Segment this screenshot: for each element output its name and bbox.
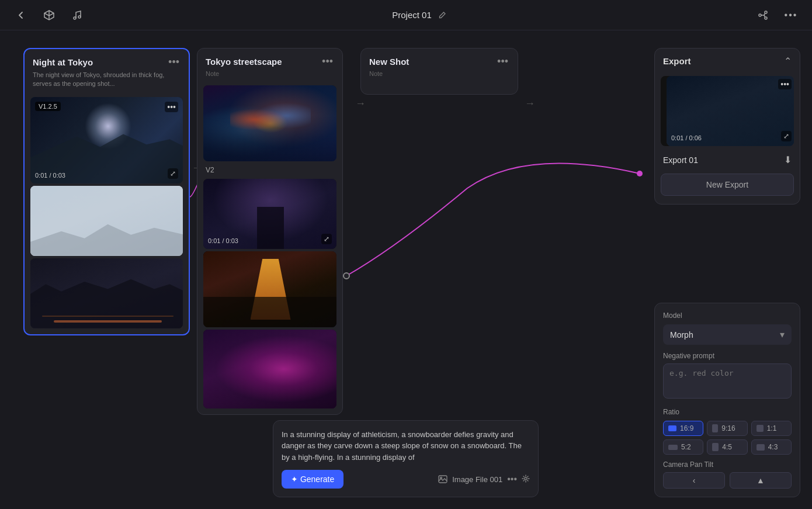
back-button[interactable] bbox=[12, 6, 30, 25]
card-streetscape-title: Tokyo streetscape bbox=[206, 57, 282, 67]
fog-layer bbox=[30, 186, 183, 256]
ratio-indicator-4-5 bbox=[712, 443, 719, 451]
figure-silhouette bbox=[257, 207, 284, 249]
chevron-down-icon: ▾ bbox=[780, 329, 785, 340]
export-header: Export ⌃ bbox=[655, 49, 800, 74]
video-timestamp-1: 0:01 / 0:03 bbox=[35, 172, 65, 179]
ratio-4-5[interactable]: 4:5 bbox=[707, 439, 747, 455]
streetscape-thumb-3[interactable] bbox=[203, 251, 336, 327]
ratio-label-9-16: 9:16 bbox=[721, 424, 735, 432]
card-streetscape: Tokyo streetscape ••• Note V2 0:01 / 0:0… bbox=[197, 48, 343, 415]
export-thumb-more: ••• bbox=[778, 79, 792, 89]
export-expand-btn[interactable]: ⤢ bbox=[781, 131, 792, 141]
ratio-16-9[interactable]: 16:9 bbox=[663, 421, 703, 436]
export-thumb[interactable]: ••• 0:01 / 0:06 ⤢ bbox=[661, 76, 794, 146]
prompt-file-row[interactable]: Image File 001 ••• bbox=[438, 474, 530, 484]
card-streetscape-more[interactable]: ••• bbox=[321, 56, 334, 68]
export-name: Export 01 bbox=[663, 155, 698, 165]
file-settings-button[interactable] bbox=[522, 475, 530, 484]
export-download-button[interactable]: ⬇ bbox=[784, 154, 792, 165]
ratio-label-4-3: 4:3 bbox=[768, 443, 778, 451]
header-right: ••• bbox=[754, 6, 800, 25]
ratio-indicator-16-9 bbox=[668, 425, 676, 431]
export-bg: ••• 0:01 / 0:06 ⤢ bbox=[667, 76, 794, 146]
street-bg-4 bbox=[203, 330, 336, 408]
camera-pan-controls: ‹ ▲ bbox=[663, 472, 792, 489]
ratio-9-16[interactable]: 9:16 bbox=[707, 421, 747, 436]
card-newshot-title: New Shot bbox=[369, 57, 409, 67]
ratio-label: Ratio bbox=[663, 408, 792, 416]
header-center: Project 01 bbox=[392, 9, 448, 21]
canvas-area: Night at Tokyo ••• The night view of Tok… bbox=[0, 30, 812, 509]
video-canvas-2 bbox=[30, 186, 183, 256]
export-timestamp: 0:01 / 0:06 bbox=[671, 134, 702, 141]
svg-point-11 bbox=[525, 477, 527, 480]
more-icon: ••• bbox=[785, 10, 798, 20]
edit-title-button[interactable] bbox=[436, 9, 448, 21]
svg-point-3 bbox=[765, 11, 767, 13]
ratio-label-4-5: 4:5 bbox=[722, 443, 732, 451]
prompt-actions: ✦ Generate Image File 001 ••• bbox=[282, 470, 530, 489]
new-export-button[interactable]: New Export bbox=[661, 174, 794, 196]
card-newshot-more[interactable]: ••• bbox=[496, 56, 509, 68]
export-more-btn[interactable]: ••• bbox=[778, 79, 792, 89]
streetscape-thumb-1[interactable] bbox=[203, 85, 336, 161]
ground-shadow bbox=[203, 297, 336, 327]
v2-badge: V2 bbox=[197, 164, 342, 176]
neg-prompt-label: Negative prompt bbox=[663, 352, 792, 360]
card-tokyo-subtitle: The night view of Tokyo, shrouded in thi… bbox=[25, 71, 189, 95]
file-more-button[interactable]: ••• bbox=[507, 474, 517, 484]
camera-pan-left[interactable]: ‹ bbox=[663, 472, 725, 489]
video-badge-v1: V1.2.5 bbox=[35, 102, 61, 111]
header-left bbox=[12, 6, 86, 25]
cube-icon-button[interactable] bbox=[40, 6, 58, 25]
prompt-text: In a stunning display of athleticism, a … bbox=[282, 429, 530, 463]
card-tokyo-header: Night at Tokyo ••• bbox=[25, 49, 189, 71]
ratio-1-1[interactable]: 1:1 bbox=[751, 421, 792, 436]
branch-icon-button[interactable] bbox=[754, 6, 772, 25]
card-night-tokyo: Night at Tokyo ••• The night view of Tok… bbox=[23, 48, 190, 335]
model-name: Morph bbox=[670, 330, 693, 340]
svg-point-1 bbox=[78, 16, 81, 18]
card-newshot: New Shot ••• Note bbox=[360, 48, 518, 95]
header: Project 01 ••• bbox=[0, 0, 812, 30]
video-expand-v2[interactable]: ⤢ bbox=[321, 234, 332, 244]
ratio-4-3[interactable]: 4:3 bbox=[751, 439, 792, 455]
card-streetscape-note: Note bbox=[197, 70, 342, 83]
prompt-panel: In a stunning display of athleticism, a … bbox=[273, 420, 539, 498]
ratio-label-5-2: 5:2 bbox=[681, 443, 691, 451]
project-title: Project 01 bbox=[392, 10, 432, 20]
light-streak bbox=[54, 320, 162, 323]
streetscape-thumb-2[interactable]: 0:01 / 0:03 ⤢ bbox=[203, 179, 336, 249]
card-export: Export ⌃ ••• 0:01 / 0:06 ⤢ Export 01 ⬇ N… bbox=[654, 48, 800, 205]
video-timestamp-v2: 0:01 / 0:03 bbox=[208, 237, 238, 244]
street-bg-3 bbox=[203, 251, 336, 327]
neg-prompt-input[interactable] bbox=[663, 363, 792, 399]
card-newshot-note: Note bbox=[361, 70, 518, 89]
ratio-indicator-1-1 bbox=[757, 425, 764, 432]
export-collapse-button[interactable]: ⌃ bbox=[784, 56, 792, 67]
video-expand-btn-1[interactable]: ⤢ bbox=[168, 168, 178, 179]
camera-pan-up[interactable]: ▲ bbox=[730, 472, 792, 489]
video-thumb-1[interactable]: V1.2.5 ••• 0:01 / 0:03 ⤢ bbox=[30, 97, 183, 183]
svg-point-2 bbox=[759, 14, 761, 16]
card-tokyo-more[interactable]: ••• bbox=[167, 56, 181, 68]
image-file-icon bbox=[438, 475, 447, 484]
ratio-5-2[interactable]: 5:2 bbox=[663, 439, 703, 455]
generate-button[interactable]: ✦ Generate bbox=[282, 470, 343, 489]
video-thumb-2[interactable] bbox=[30, 186, 183, 256]
card-streetscape-header: Tokyo streetscape ••• bbox=[197, 49, 342, 70]
arrow-newshot-export: → bbox=[525, 98, 535, 110]
model-panel: Model Morph ▾ Negative prompt Ratio 16:9… bbox=[654, 303, 800, 497]
export-name-row: Export 01 ⬇ bbox=[655, 148, 800, 171]
camera-pan-label: Camera Pan Tilt bbox=[663, 460, 792, 469]
svg-point-6 bbox=[343, 273, 349, 279]
music-icon-button[interactable] bbox=[68, 6, 86, 25]
model-label: Model bbox=[663, 311, 792, 320]
streetscape-thumb-4[interactable] bbox=[203, 330, 336, 408]
video-canvas-3 bbox=[30, 258, 183, 328]
video-more-btn-1[interactable]: ••• bbox=[165, 102, 178, 112]
more-button[interactable]: ••• bbox=[782, 6, 800, 25]
video-thumb-3[interactable] bbox=[30, 258, 183, 328]
model-select[interactable]: Morph ▾ bbox=[663, 324, 792, 345]
